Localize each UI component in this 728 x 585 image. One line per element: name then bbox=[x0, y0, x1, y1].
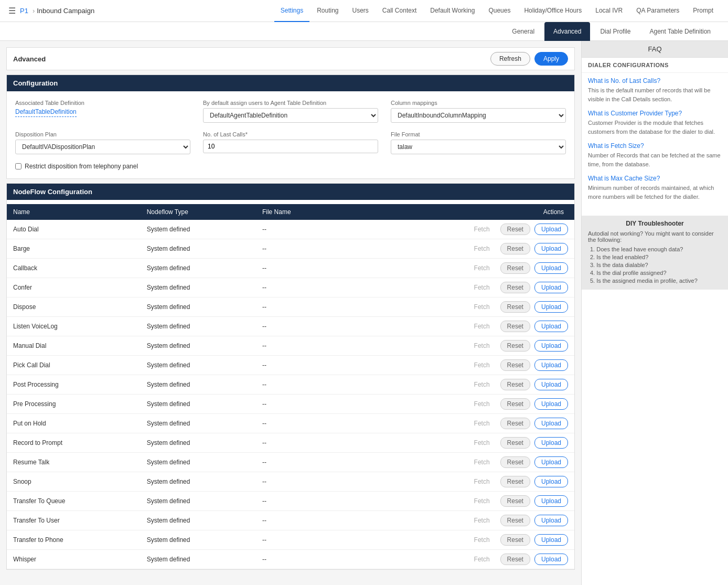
fetch-button[interactable]: Fetch bbox=[468, 476, 496, 487]
row-actions: Fetch Reset Upload bbox=[341, 278, 574, 297]
reset-button[interactable]: Reset bbox=[500, 224, 530, 235]
breadcrumb-project[interactable]: P1 bbox=[20, 7, 28, 15]
table-row: Whisper System defined -- Fetch Reset Up… bbox=[7, 550, 574, 569]
assign-users-select[interactable]: DefaultAgentTableDefinition bbox=[203, 108, 378, 123]
upload-button[interactable]: Upload bbox=[534, 495, 568, 507]
fetch-button[interactable]: Fetch bbox=[468, 282, 496, 293]
file-format-select[interactable]: talaw bbox=[391, 140, 566, 154]
fetch-button[interactable]: Fetch bbox=[468, 438, 496, 448]
upload-button[interactable]: Upload bbox=[534, 476, 568, 487]
upload-button[interactable]: Upload bbox=[534, 398, 568, 410]
upload-button[interactable]: Upload bbox=[534, 515, 568, 526]
tab-qa-parameters[interactable]: QA Parameters bbox=[630, 0, 686, 22]
tab-users[interactable]: Users bbox=[346, 0, 375, 22]
tab-queues[interactable]: Queues bbox=[482, 0, 517, 22]
reset-button[interactable]: Reset bbox=[500, 554, 530, 565]
config-row-1: Associated Table Definition DefaultTable… bbox=[15, 100, 566, 123]
reset-button[interactable]: Reset bbox=[500, 262, 530, 274]
row-name: Manual Dial bbox=[7, 336, 141, 356]
fetch-button[interactable]: Fetch bbox=[468, 243, 496, 254]
upload-button[interactable]: Upload bbox=[534, 282, 568, 293]
upload-button[interactable]: Upload bbox=[534, 554, 568, 565]
upload-button[interactable]: Upload bbox=[534, 437, 568, 449]
tab-call-context[interactable]: Call Context bbox=[376, 0, 423, 22]
table-row: Listen VoiceLog System defined -- Fetch … bbox=[7, 317, 574, 336]
reset-button[interactable]: Reset bbox=[500, 418, 530, 429]
reset-button[interactable]: Reset bbox=[500, 495, 530, 507]
upload-button[interactable]: Upload bbox=[534, 418, 568, 429]
apply-button[interactable]: Apply bbox=[534, 52, 568, 66]
sub-tab-dial-profile[interactable]: Dial Profile bbox=[591, 22, 639, 41]
tab-default-working[interactable]: Default Working bbox=[424, 0, 481, 22]
row-actions: Fetch Reset Upload bbox=[341, 220, 574, 239]
row-file: -- bbox=[256, 492, 341, 511]
faq-item: What is Fetch Size? Number of Records th… bbox=[588, 142, 722, 168]
upload-button[interactable]: Upload bbox=[534, 262, 568, 274]
upload-button[interactable]: Upload bbox=[534, 340, 568, 352]
fetch-button[interactable]: Fetch bbox=[468, 554, 496, 565]
row-type: System defined bbox=[141, 317, 256, 336]
fetch-button[interactable]: Fetch bbox=[468, 224, 496, 235]
row-name: Post Processing bbox=[7, 375, 141, 395]
disposition-plan-field: Disposition Plan DefaultIVADispositionPl… bbox=[15, 131, 190, 154]
upload-button[interactable]: Upload bbox=[534, 301, 568, 313]
tab-routing[interactable]: Routing bbox=[311, 0, 345, 22]
reset-button[interactable]: Reset bbox=[500, 476, 530, 487]
reset-button[interactable]: Reset bbox=[500, 456, 530, 468]
faq-question[interactable]: What is Max Cache Size? bbox=[588, 175, 722, 182]
fetch-button[interactable]: Fetch bbox=[468, 399, 496, 409]
fetch-button[interactable]: Fetch bbox=[468, 321, 496, 332]
tab-settings[interactable]: Settings bbox=[274, 0, 309, 22]
sub-tab-agent-table[interactable]: Agent Table Definition bbox=[640, 22, 720, 41]
sub-tab-general[interactable]: General bbox=[503, 22, 543, 41]
fetch-button[interactable]: Fetch bbox=[468, 341, 496, 351]
upload-button[interactable]: Upload bbox=[534, 456, 568, 468]
upload-button[interactable]: Upload bbox=[534, 243, 568, 254]
row-type: System defined bbox=[141, 239, 256, 259]
upload-button[interactable]: Upload bbox=[534, 359, 568, 371]
reset-button[interactable]: Reset bbox=[500, 515, 530, 526]
tab-prompt[interactable]: Prompt bbox=[687, 0, 720, 22]
reset-button[interactable]: Reset bbox=[500, 282, 530, 293]
breadcrumb: P1 › Inbound Campaign bbox=[20, 7, 94, 15]
upload-button[interactable]: Upload bbox=[534, 321, 568, 332]
faq-question[interactable]: What is No. of Last Calls? bbox=[588, 77, 722, 84]
upload-button[interactable]: Upload bbox=[534, 224, 568, 235]
fetch-button[interactable]: Fetch bbox=[468, 360, 496, 370]
restrict-disposition-checkbox[interactable] bbox=[15, 163, 22, 169]
last-calls-input[interactable] bbox=[203, 140, 378, 153]
row-type: System defined bbox=[141, 530, 256, 550]
fetch-button[interactable]: Fetch bbox=[468, 496, 496, 506]
reset-button[interactable]: Reset bbox=[500, 359, 530, 371]
refresh-button[interactable]: Refresh bbox=[490, 52, 530, 66]
tab-holiday-office[interactable]: Holiday/Office Hours bbox=[518, 0, 588, 22]
col-file: File Name bbox=[256, 204, 341, 220]
reset-button[interactable]: Reset bbox=[500, 340, 530, 352]
fetch-button[interactable]: Fetch bbox=[468, 515, 496, 526]
reset-button[interactable]: Reset bbox=[500, 243, 530, 254]
table-row: Transfer to Phone System defined -- Fetc… bbox=[7, 530, 574, 550]
column-mappings-select[interactable]: DefaultInboundColumnMapping bbox=[391, 108, 566, 123]
fetch-button[interactable]: Fetch bbox=[468, 302, 496, 312]
menu-icon[interactable]: ☰ bbox=[8, 6, 16, 16]
disposition-plan-select[interactable]: DefaultIVADispositionPlan bbox=[15, 140, 190, 154]
fetch-button[interactable]: Fetch bbox=[468, 535, 496, 545]
fetch-button[interactable]: Fetch bbox=[468, 263, 496, 273]
row-name: Callback bbox=[7, 259, 141, 278]
reset-button[interactable]: Reset bbox=[500, 301, 530, 313]
sub-tab-advanced[interactable]: Advanced bbox=[544, 22, 590, 41]
fetch-button[interactable]: Fetch bbox=[468, 457, 496, 467]
reset-button[interactable]: Reset bbox=[500, 534, 530, 546]
reset-button[interactable]: Reset bbox=[500, 379, 530, 390]
reset-button[interactable]: Reset bbox=[500, 398, 530, 410]
reset-button[interactable]: Reset bbox=[500, 321, 530, 332]
fetch-button[interactable]: Fetch bbox=[468, 379, 496, 390]
upload-button[interactable]: Upload bbox=[534, 379, 568, 390]
fetch-button[interactable]: Fetch bbox=[468, 418, 496, 429]
upload-button[interactable]: Upload bbox=[534, 534, 568, 546]
tab-local-ivr[interactable]: Local IVR bbox=[589, 0, 629, 22]
faq-question[interactable]: What is Customer Provider Type? bbox=[588, 110, 722, 117]
faq-question[interactable]: What is Fetch Size? bbox=[588, 142, 722, 150]
reset-button[interactable]: Reset bbox=[500, 437, 530, 449]
diy-step: 5. Is the assigned media in profile, act… bbox=[590, 278, 722, 284]
